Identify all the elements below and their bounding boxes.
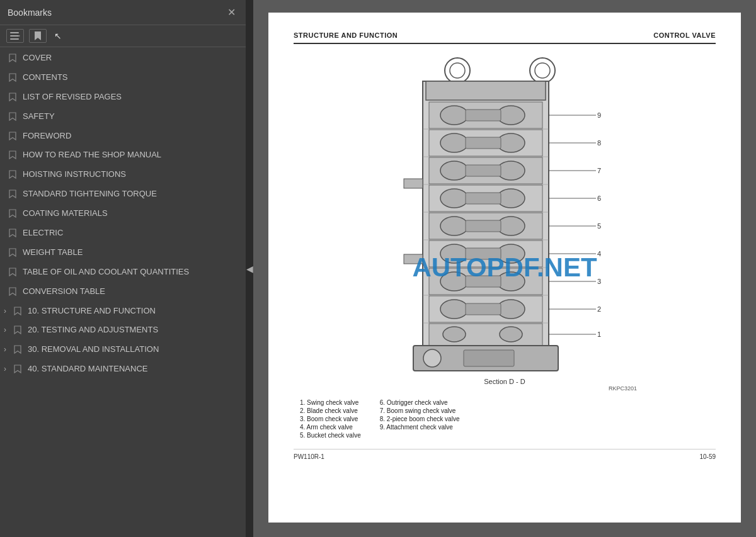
bookmark-label-list-revised: LIST OF REVISED PAGES (23, 92, 239, 103)
bookmark-item-contents[interactable]: CONTENTS (0, 69, 246, 89)
diagram-container: 9 8 7 (372, 53, 637, 392)
toolbar-icon-list[interactable] (6, 29, 24, 43)
pdf-diagram-area: 9 8 7 (294, 53, 716, 392)
pdf-header-right: CONTROL VALVE (653, 31, 716, 39)
bookmark-label-structure: 10. STRUCTURE AND FUNCTION (28, 306, 239, 317)
pdf-legend: 1. Swing check valve2. Blade check valve… (294, 399, 716, 439)
svg-text:1: 1 (597, 331, 601, 338)
bookmark-flag-icon (14, 345, 23, 358)
bookmark-item-weight-table[interactable]: WEIGHT TABLE (0, 244, 246, 264)
svg-point-30 (497, 189, 525, 208)
legend-item: 4. Arm check valve (300, 424, 361, 431)
svg-point-18 (497, 133, 525, 152)
svg-rect-2 (10, 38, 19, 40)
pdf-footer: PW110R-1 10-59 (294, 449, 716, 460)
ref-label: RKPC3201 (372, 385, 637, 392)
bookmark-item-removal[interactable]: ›30. REMOVAL AND INSTALLATION (0, 341, 246, 361)
bookmark-item-safety[interactable]: SAFETY (0, 108, 246, 128)
bookmark-label-weight-table: WEIGHT TABLE (23, 247, 239, 258)
bookmark-label-how-to-read: HOW TO READ THE SHOP MANUAL (23, 150, 239, 161)
legend-item: 2. Blade check valve (300, 407, 361, 414)
pdf-footer-left: PW110R-1 (294, 453, 324, 460)
bookmark-item-testing[interactable]: ›20. TESTING AND ADJUSTMENTS (0, 322, 246, 341)
svg-rect-1 (10, 35, 19, 37)
bookmarks-list: COVERCONTENTSLIST OF REVISED PAGESSAFETY… (0, 47, 246, 537)
close-button[interactable]: ✕ (225, 5, 238, 20)
svg-point-64 (423, 349, 441, 367)
pdf-page: STRUCTURE AND FUNCTION CONTROL VALVE AUT… (268, 13, 741, 523)
pdf-header: STRUCTURE AND FUNCTION CONTROL VALVE (294, 31, 716, 44)
bookmark-flag-icon (9, 268, 18, 280)
svg-text:5: 5 (597, 222, 601, 230)
section-label: Section D - D (484, 378, 525, 385)
legend-item: 8. 2-piece boom check valve (380, 415, 460, 422)
svg-point-47 (440, 272, 468, 291)
svg-point-6 (530, 58, 555, 83)
bookmark-item-structure[interactable]: ›10. STRUCTURE AND FUNCTION (0, 303, 246, 322)
bookmark-item-maintenance[interactable]: ›40. STANDARD MAINTENANCE (0, 361, 246, 380)
legend-item: 6. Outrigger check valve (380, 399, 460, 406)
svg-text:7: 7 (597, 167, 601, 174)
svg-point-5 (450, 63, 465, 78)
svg-point-35 (440, 217, 468, 235)
bookmark-label-removal: 30. REMOVAL AND INSTALLATION (28, 344, 239, 355)
bookmark-item-foreword[interactable]: FOREWORD (0, 128, 246, 147)
svg-point-48 (497, 272, 525, 291)
bookmark-item-coating[interactable]: COATING MATERIALS (0, 205, 246, 225)
bookmark-label-hoisting: HOISTING INSTRUCTIONS (23, 169, 239, 180)
legend-item: 7. Boom swing check valve (380, 407, 460, 414)
bookmark-flag-icon (9, 209, 18, 222)
panel-divider[interactable]: ◀ (246, 0, 253, 537)
svg-text:6: 6 (597, 195, 601, 202)
svg-point-59 (443, 327, 466, 342)
bookmark-label-testing: 20. TESTING AND ADJUSTMENTS (28, 325, 239, 336)
svg-point-54 (497, 300, 525, 319)
bookmark-item-hoisting[interactable]: HOISTING INSTRUCTIONS (0, 166, 246, 186)
pdf-header-left: STRUCTURE AND FUNCTION (294, 31, 398, 39)
bookmark-label-coating: COATING MATERIALS (23, 208, 239, 219)
bookmark-flag-icon (9, 248, 18, 261)
expand-arrow-icon[interactable]: › (4, 307, 11, 317)
bookmark-flag-icon (9, 189, 18, 202)
toolbar-icon-bookmark[interactable] (29, 29, 47, 43)
svg-point-12 (497, 106, 525, 125)
bookmark-flag-icon (9, 229, 18, 241)
svg-rect-19 (466, 137, 501, 149)
svg-point-36 (497, 217, 525, 235)
bookmark-label-cover: COVER (23, 53, 239, 64)
bookmark-flag-icon (9, 54, 18, 66)
svg-point-17 (440, 133, 468, 152)
bookmark-label-oil-coolant: TABLE OF OIL AND COOLANT QUANTITIES (23, 267, 239, 278)
svg-text:2: 2 (597, 305, 601, 313)
bookmark-label-safety: SAFETY (23, 111, 239, 122)
svg-point-29 (440, 189, 468, 208)
svg-point-60 (500, 327, 522, 342)
bookmark-label-maintenance: 40. STANDARD MAINTENANCE (28, 364, 239, 375)
bookmark-item-standard-torque[interactable]: STANDARD TIGHTENING TORQUE (0, 186, 246, 205)
expand-arrow-icon[interactable]: › (4, 365, 11, 375)
svg-rect-65 (464, 350, 514, 366)
svg-rect-0 (10, 32, 19, 33)
svg-text:8: 8 (597, 139, 601, 147)
bookmark-item-electric[interactable]: ELECTRIC (0, 225, 246, 244)
bookmark-item-list-revised[interactable]: LIST OF REVISED PAGES (0, 89, 246, 108)
svg-text:9: 9 (597, 111, 601, 119)
legend-item: 3. Boom check valve (300, 415, 361, 422)
legend-item: 9. Attachment check valve (380, 424, 460, 431)
expand-arrow-icon[interactable]: › (4, 325, 11, 336)
bookmark-item-oil-coolant[interactable]: TABLE OF OIL AND COOLANT QUANTITIES (0, 264, 246, 283)
bookmark-item-cover[interactable]: COVER (0, 50, 246, 69)
bookmark-label-standard-torque: STANDARD TIGHTENING TORQUE (23, 189, 239, 200)
legend-item: 1. Swing check valve (300, 399, 361, 406)
bookmark-item-how-to-read[interactable]: HOW TO READ THE SHOP MANUAL (0, 147, 246, 166)
svg-point-7 (535, 63, 550, 78)
bookmark-flag-icon (9, 170, 18, 183)
legend-col-1: 1. Swing check valve2. Blade check valve… (300, 399, 361, 439)
bookmark-item-conversion[interactable]: CONVERSION TABLE (0, 283, 246, 303)
control-valve-diagram: 9 8 7 (372, 53, 637, 374)
expand-arrow-icon[interactable]: › (4, 345, 11, 355)
legend-item: 5. Bucket check valve (300, 432, 361, 439)
pdf-footer-right: 10-59 (699, 453, 716, 460)
pdf-panel: STRUCTURE AND FUNCTION CONTROL VALVE AUT… (253, 0, 756, 537)
collapse-arrow-icon[interactable]: ◀ (246, 264, 253, 274)
